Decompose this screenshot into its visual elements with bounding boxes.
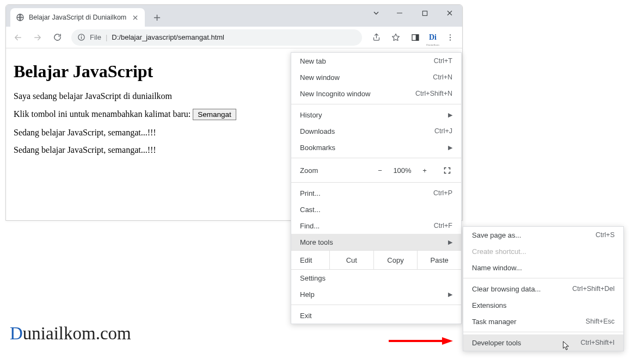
close-window-button[interactable] xyxy=(437,5,462,21)
svg-rect-1 xyxy=(422,11,427,15)
tab-search-icon[interactable] xyxy=(365,5,387,21)
menu-item-cast[interactable]: Cast... xyxy=(291,201,461,218)
submenu-task-manager[interactable]: Task manager Shift+Esc xyxy=(463,313,623,330)
forward-button[interactable] xyxy=(29,29,46,46)
side-panel-icon[interactable] xyxy=(407,29,424,46)
svg-point-4 xyxy=(81,35,82,36)
url-path: D:/belajar_javascript/semangat.html xyxy=(112,33,224,41)
submenu-save-page[interactable]: Save page as... Ctrl+S xyxy=(463,227,623,243)
chevron-right-icon: ▶ xyxy=(448,111,452,119)
menu-item-help[interactable]: Help ▶ xyxy=(291,286,461,302)
menu-separator xyxy=(291,182,461,183)
edit-paste[interactable]: Paste xyxy=(417,251,461,269)
submenu-create-shortcut: Create shortcut... xyxy=(463,243,623,259)
menu-item-new-tab[interactable]: New tab Ctrl+T xyxy=(291,53,461,69)
menu-item-bookmarks[interactable]: Bookmarks ▶ xyxy=(291,139,461,156)
menu-item-find[interactable]: Find... Ctrl+F xyxy=(291,218,461,234)
edit-cut[interactable]: Cut xyxy=(329,251,373,269)
fullscreen-icon[interactable] xyxy=(441,165,452,176)
semangat-button[interactable]: Semangat xyxy=(193,109,236,120)
chevron-right-icon: ▶ xyxy=(448,239,452,246)
back-button[interactable] xyxy=(9,29,27,46)
svg-marker-11 xyxy=(442,337,453,345)
chrome-more-tools-submenu: Save page as... Ctrl+S Create shortcut..… xyxy=(463,226,624,351)
site-info-icon[interactable] xyxy=(77,33,85,42)
menu-item-edit: Edit Cut Copy Paste xyxy=(291,250,461,270)
minimize-button[interactable] xyxy=(387,5,412,21)
menu-separator xyxy=(291,104,461,104)
svg-point-7 xyxy=(450,34,451,35)
watermark-text: Duniailkom.com xyxy=(10,324,131,344)
window-controls xyxy=(365,5,462,21)
menu-item-exit[interactable]: Exit xyxy=(291,307,461,324)
menu-item-print[interactable]: Print... Ctrl+P xyxy=(291,185,461,201)
zoom-out-button[interactable]: − xyxy=(374,166,386,175)
tab-close-icon[interactable] xyxy=(131,13,139,22)
menu-item-new-incognito[interactable]: New Incognito window Ctrl+Shift+N xyxy=(291,85,461,102)
menu-separator xyxy=(291,305,461,305)
browser-tab[interactable]: Belajar JavaScript di Duniailkom xyxy=(10,8,145,27)
url-scheme: File xyxy=(90,33,101,41)
submenu-name-window[interactable]: Name window... xyxy=(463,259,623,276)
submenu-developer-tools[interactable]: Developer tools Ctrl+Shift+I xyxy=(463,334,623,351)
svg-point-9 xyxy=(450,39,451,40)
menu-separator xyxy=(463,332,623,332)
menu-item-history[interactable]: History ▶ xyxy=(291,107,461,123)
submenu-clear-browsing[interactable]: Clear browsing data... Ctrl+Shift+Del xyxy=(463,281,623,297)
chevron-right-icon: ▶ xyxy=(448,144,452,151)
extension-duniailkom-icon[interactable]: Di Duniailkom xyxy=(426,31,439,44)
url-separator: | xyxy=(106,33,107,41)
globe-icon xyxy=(16,13,24,22)
menu-item-new-window[interactable]: New window Ctrl+N xyxy=(291,69,461,85)
reload-button[interactable] xyxy=(48,29,66,46)
svg-rect-3 xyxy=(81,36,81,39)
edit-copy[interactable]: Copy xyxy=(373,251,418,269)
menu-item-zoom: Zoom − 100% + xyxy=(291,160,461,180)
menu-item-more-tools[interactable]: More tools ▶ xyxy=(291,234,461,250)
submenu-extensions[interactable]: Extensions xyxy=(463,297,623,313)
share-icon[interactable] xyxy=(367,29,385,46)
chevron-right-icon: ▶ xyxy=(448,291,452,298)
new-tab-button[interactable] xyxy=(149,10,164,25)
maximize-button[interactable] xyxy=(412,5,437,21)
svg-point-8 xyxy=(450,36,451,38)
annotation-arrow xyxy=(388,337,453,345)
zoom-value: 100% xyxy=(391,166,413,175)
menu-separator xyxy=(463,278,623,278)
title-bar: Belajar JavaScript di Duniailkom xyxy=(6,5,462,27)
address-bar[interactable]: File | D:/belajar_javascript/semangat.ht… xyxy=(71,29,362,46)
zoom-in-button[interactable]: + xyxy=(419,166,431,175)
page-line-2-text: Klik tombol ini untuk menambahkan kalima… xyxy=(14,109,193,119)
bookmark-star-icon[interactable] xyxy=(387,29,404,46)
tab-title: Belajar JavaScript di Duniailkom xyxy=(29,14,126,21)
chrome-main-menu: New tab Ctrl+T New window Ctrl+N New Inc… xyxy=(291,52,462,324)
toolbar: File | D:/belajar_javascript/semangat.ht… xyxy=(6,27,462,48)
menu-item-downloads[interactable]: Downloads Ctrl+J xyxy=(291,123,461,139)
svg-rect-6 xyxy=(416,34,419,40)
menu-dots-icon[interactable] xyxy=(441,29,459,46)
menu-separator xyxy=(291,158,461,158)
menu-item-settings[interactable]: Settings xyxy=(291,270,461,286)
